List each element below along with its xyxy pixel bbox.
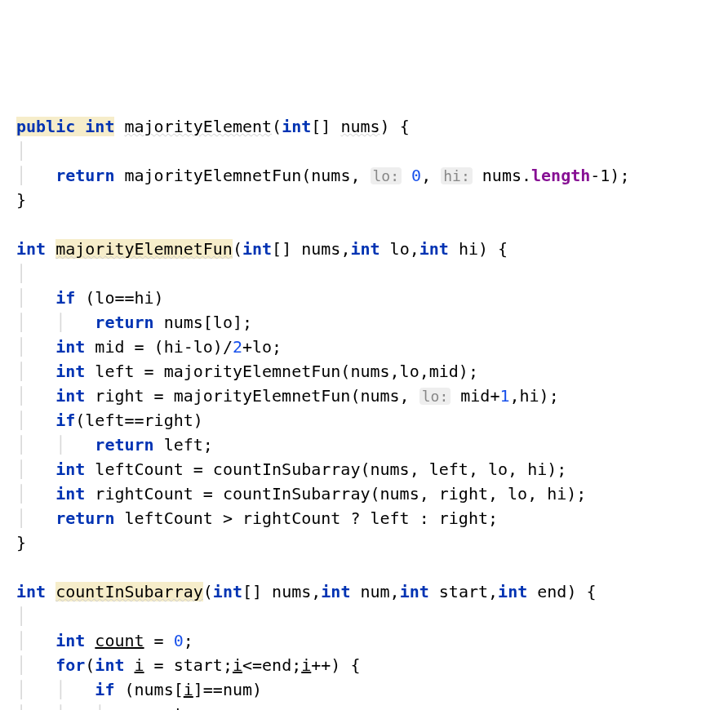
param-hint-hi: hi: bbox=[441, 167, 473, 184]
keyword-public: public bbox=[16, 117, 75, 136]
fn-majorityElemnetFun: majorityElemnetFun bbox=[55, 239, 233, 259]
var-i: i bbox=[135, 655, 144, 675]
param-hint-lo: lo: bbox=[371, 167, 402, 184]
fn-countInSubarray: countInSubarray bbox=[55, 582, 203, 601]
fn-majorityElement: majorityElement bbox=[124, 117, 272, 136]
var-count: count bbox=[95, 631, 144, 650]
keyword-int: int bbox=[85, 117, 114, 136]
field-length: length bbox=[531, 166, 590, 185]
code-block: public int majorityElement(int[] nums) {… bbox=[16, 114, 712, 710]
